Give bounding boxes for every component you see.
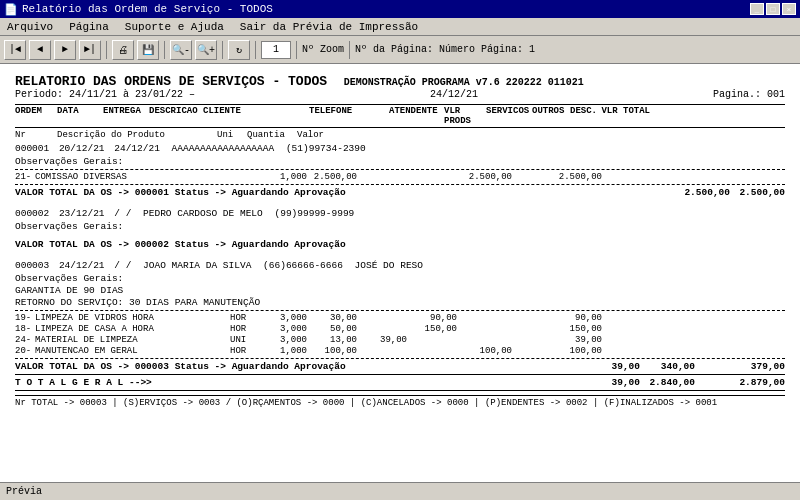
item-desc2 bbox=[512, 313, 547, 323]
item-desc: LIMPEZA DE VIDROS HORA bbox=[35, 313, 230, 323]
menu-suporte[interactable]: Suporte e Ajuda bbox=[122, 21, 227, 33]
col-atendente: ATENDENTE bbox=[389, 106, 444, 126]
menu-bar: Arquivo Página Suporte e Ajuda Sair da P… bbox=[0, 18, 800, 36]
order-1-total-label: VALOR TOTAL DA OS -> 000001 Status -> Ag… bbox=[15, 187, 680, 198]
zoom-in-button[interactable]: 🔍+ bbox=[195, 40, 217, 60]
order-3: 000003 24/12/21 / / JOAO MARIA DA SILVA … bbox=[15, 260, 785, 372]
item-vlr: 100,00 bbox=[307, 346, 357, 356]
separator-2 bbox=[164, 41, 165, 59]
order-1-divider-top bbox=[15, 169, 785, 170]
zoom-out-button[interactable]: 🔍- bbox=[170, 40, 192, 60]
order-3-total-label: VALOR TOTAL DA OS -> 000003 Status -> Ag… bbox=[15, 361, 590, 372]
report-header: RELATORIO DAS ORDENS DE SERVIÇOS - TODOS… bbox=[15, 74, 785, 89]
order-1-date: 20/12/21 bbox=[59, 143, 105, 154]
order-1-divider-bot bbox=[15, 184, 785, 185]
order-1-id: 000001 bbox=[15, 143, 49, 154]
footer-row: Nr TOTAL -> 00003 | (S)ERVIÇOS -> 0003 /… bbox=[15, 395, 785, 408]
order-3-obs2: GARANTIA DE 90 DIAS bbox=[15, 285, 785, 296]
separator-3 bbox=[222, 41, 223, 59]
order-2: 000002 23/12/21 / / PEDRO CARDOSO DE MEL… bbox=[15, 208, 785, 250]
period-row: Periodo: 24/11/21 à 23/01/22 – 24/12/21 … bbox=[15, 89, 785, 100]
item-uni: HOR bbox=[230, 324, 262, 334]
page-number-input[interactable] bbox=[261, 41, 291, 59]
item-nr: 24- bbox=[15, 335, 35, 345]
item-outros bbox=[457, 324, 512, 334]
col-entrega: ENTREGA bbox=[103, 106, 149, 126]
nav-prev-button[interactable]: ◄ bbox=[29, 40, 51, 60]
item-desc2 bbox=[512, 335, 547, 345]
item-desc: COMISSAO DIVERSAS bbox=[35, 172, 230, 182]
nav-next-button[interactable]: ► bbox=[54, 40, 76, 60]
item-vlr: 2.500,00 bbox=[307, 172, 357, 182]
order-3-item-2: 18- LIMPEZA DE CASA A HORA HOR 3,000 50,… bbox=[15, 324, 785, 334]
order-1-header: 000001 20/12/21 24/12/21 AAAAAAAAAAAAAAA… bbox=[15, 143, 785, 154]
item-servicos: 90,00 bbox=[407, 313, 457, 323]
grand-total-divider bbox=[15, 374, 785, 375]
menu-sair[interactable]: Sair da Prévia de Impressão bbox=[237, 21, 421, 33]
menu-pagina[interactable]: Página bbox=[66, 21, 112, 33]
demo-label: DEMONSTRAÇÃO PROGRAMA v7.6 220222 011021 bbox=[344, 77, 584, 88]
order-3-item-1: 19- LIMPEZA DE VIDROS HORA HOR 3,000 30,… bbox=[15, 313, 785, 323]
grand-total-label: T O T A L G E R A L -->> bbox=[15, 377, 590, 388]
order-2-id: 000002 bbox=[15, 208, 49, 219]
order-1: 000001 20/12/21 24/12/21 AAAAAAAAAAAAAAA… bbox=[15, 143, 785, 198]
order-3-total-value: 379,00 bbox=[730, 361, 785, 372]
report-page: Pagina.: 001 bbox=[713, 89, 785, 100]
order-2-delivery: / / bbox=[114, 208, 131, 219]
item-servicos: 150,00 bbox=[407, 324, 457, 334]
item-qty: 3,000 bbox=[262, 313, 307, 323]
title-bar-text: Relatório das Ordem de Serviço - TODOS bbox=[22, 3, 273, 15]
close-button[interactable]: × bbox=[782, 3, 796, 15]
grand-total-row: T O T A L G E R A L -->> 39,00 2.840,00 … bbox=[15, 377, 785, 388]
order-3-id: 000003 bbox=[15, 260, 49, 271]
col-ordem: ORDEM bbox=[15, 106, 57, 126]
order-3-obs: Observações Gerais: bbox=[15, 273, 785, 284]
order-3-total: VALOR TOTAL DA OS -> 000003 Status -> Ag… bbox=[15, 361, 785, 372]
title-bar: 📄 Relatório das Ordem de Serviço - TODOS… bbox=[0, 0, 800, 18]
item-nr: 19- bbox=[15, 313, 35, 323]
order-2-total-label: VALOR TOTAL DA OS -> 000002 Status -> Ag… bbox=[15, 239, 785, 250]
item-outros: 2.500,00 bbox=[457, 172, 512, 182]
item-uni: HOR bbox=[230, 346, 262, 356]
order-3-phone: (66)66666-6666 bbox=[263, 260, 343, 271]
item-desc2 bbox=[512, 346, 547, 356]
item-total: 2.500,00 bbox=[547, 172, 602, 182]
grand-total-vlrprods: 39,00 bbox=[590, 377, 640, 388]
grand-total-servicos: 2.840,00 bbox=[640, 377, 695, 388]
spacer-1 bbox=[15, 200, 785, 206]
col-nr: Nr bbox=[15, 130, 57, 140]
col-telefone: TELEFONE bbox=[309, 106, 389, 126]
refresh-button[interactable]: ↻ bbox=[228, 40, 250, 60]
maximize-button[interactable]: □ bbox=[766, 3, 780, 15]
report-title-block: RELATORIO DAS ORDENS DE SERVIÇOS - TODOS… bbox=[15, 74, 584, 89]
nav-last-button[interactable]: ►| bbox=[79, 40, 101, 60]
col-headers: ORDEM DATA ENTREGA DESCRICAO CLIENTE TEL… bbox=[15, 104, 785, 128]
order-2-obs: Observações Gerais: bbox=[15, 221, 785, 232]
item-nr: 21- bbox=[15, 172, 35, 182]
item-outros bbox=[457, 313, 512, 323]
menu-arquivo[interactable]: Arquivo bbox=[4, 21, 56, 33]
col-quantia: Quantia bbox=[247, 130, 297, 140]
print-button[interactable]: 🖨 bbox=[112, 40, 134, 60]
order-1-client: AAAAAAAAAAAAAAAAAA bbox=[172, 143, 275, 154]
col-desc-prod: Descrição do Produto bbox=[57, 130, 217, 140]
order-3-item-3: 24- MATERIAL DE LIMPEZA UNI 3,000 13,00 … bbox=[15, 335, 785, 345]
item-vlr: 13,00 bbox=[307, 335, 357, 345]
title-bar-icon: 📄 bbox=[4, 3, 18, 16]
order-3-total-vlrprods: 39,00 bbox=[590, 361, 640, 372]
title-bar-left: 📄 Relatório das Ordem de Serviço - TODOS bbox=[4, 3, 273, 16]
report-title: RELATORIO DAS ORDENS DE SERVIÇOS - TODOS bbox=[15, 74, 327, 89]
col-descricao: DESCRICAO CLIENTE bbox=[149, 106, 309, 126]
item-qty: 1,000 bbox=[262, 172, 307, 182]
col-servicos: SERVICOS bbox=[486, 106, 532, 126]
export-button[interactable]: 💾 bbox=[137, 40, 159, 60]
col-sub-headers: Nr Descrição do Produto Uni Quantia Valo… bbox=[15, 130, 785, 140]
minimize-button[interactable]: _ bbox=[750, 3, 764, 15]
order-2-phone: (99)99999-9999 bbox=[274, 208, 354, 219]
content-area: RELATORIO DAS ORDENS DE SERVIÇOS - TODOS… bbox=[0, 64, 800, 482]
col-uni: Uni bbox=[217, 130, 247, 140]
nav-first-button[interactable]: |◄ bbox=[4, 40, 26, 60]
separator-5 bbox=[296, 41, 297, 59]
item-servicos bbox=[407, 346, 457, 356]
order-2-client: PEDRO CARDOSO DE MELO bbox=[143, 208, 263, 219]
